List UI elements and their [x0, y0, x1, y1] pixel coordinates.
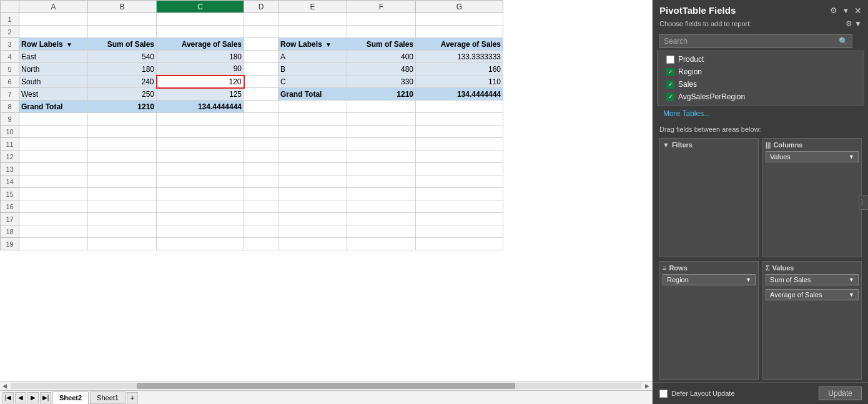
pivot-rows-region-item[interactable]: Region ▼ — [663, 274, 756, 285]
cell-a2[interactable] — [19, 26, 88, 38]
cell-d6[interactable] — [244, 76, 279, 88]
cell-f4[interactable]: 400 — [347, 51, 416, 63]
cell-e2[interactable] — [279, 26, 347, 38]
cell-e5[interactable]: B — [279, 63, 347, 76]
scroll-right-btn[interactable]: ▶ — [644, 383, 651, 389]
pivot-field-sales[interactable]: Sales — [664, 79, 857, 90]
row-num-1: 1 — [1, 13, 19, 26]
cell-f3[interactable]: Sum of Sales — [347, 38, 416, 51]
cell-d2[interactable] — [244, 26, 279, 38]
cell-b8[interactable]: 1210 — [88, 101, 157, 113]
col-header-b[interactable]: B — [88, 1, 157, 13]
cell-e1[interactable] — [279, 13, 347, 26]
sheet-nav-first[interactable]: |◀ — [2, 392, 14, 403]
col-header-a[interactable]: A — [19, 1, 88, 13]
cell-a7[interactable]: West — [19, 88, 88, 101]
cell-c2[interactable] — [157, 26, 244, 38]
more-tables-link[interactable]: More Tables... — [657, 107, 864, 121]
col-header-d[interactable]: D — [244, 1, 279, 13]
cell-b2[interactable] — [88, 26, 157, 38]
pivot-dropdown-icon[interactable]: ▼ — [842, 7, 849, 14]
pivot-field-region[interactable]: Region — [664, 66, 857, 77]
chevron-down-icon-rows: ▼ — [746, 277, 751, 283]
cell-g3[interactable]: Average of Sales — [416, 38, 503, 51]
col-header-e[interactable]: E — [279, 1, 347, 13]
cell-c5[interactable]: 90 — [157, 63, 244, 76]
cell-e6[interactable]: C — [279, 76, 347, 88]
cell-a5[interactable]: North — [19, 63, 88, 76]
pivot-columns-values-item[interactable]: Values ▼ — [766, 151, 859, 162]
sheet-nav-prev[interactable]: ◀ — [15, 392, 26, 403]
update-button[interactable]: Update — [819, 387, 862, 400]
cell-b4[interactable]: 540 — [88, 51, 157, 63]
pivot-field-checkbox-sales[interactable] — [666, 81, 674, 89]
pivot-options-icon[interactable]: ⚙ ▼ — [846, 19, 862, 28]
cell-f8[interactable] — [347, 101, 416, 113]
cell-e4[interactable]: A — [279, 51, 347, 63]
col-header-c[interactable]: C — [157, 1, 244, 13]
panel-expand-arrow[interactable]: 〉 — [859, 195, 868, 210]
pivot-field-checkbox-avgsales[interactable] — [666, 93, 674, 101]
cell-e3[interactable]: Row Labels ▼ — [279, 38, 347, 51]
cell-d8[interactable] — [244, 101, 279, 113]
cell-d4[interactable] — [244, 51, 279, 63]
cell-e7[interactable]: Grand Total — [279, 88, 347, 101]
sheet-nav-next[interactable]: ▶ — [27, 392, 39, 403]
pivot-sum-of-sales-item[interactable]: Sum of Sales ▼ — [766, 274, 859, 285]
cell-f2[interactable] — [347, 26, 416, 38]
sheet-tab-sheet1[interactable]: Sheet1 — [90, 392, 126, 404]
cell-c8[interactable]: 134.4444444 — [157, 101, 244, 113]
cell-b1[interactable] — [88, 13, 157, 26]
pivot-field-product[interactable]: Product — [664, 54, 857, 65]
cell-d7[interactable] — [244, 88, 279, 101]
cell-d3[interactable] — [244, 38, 279, 51]
pivot-settings-icon[interactable]: ⚙ — [830, 6, 837, 15]
cell-f5[interactable]: 480 — [347, 63, 416, 76]
h-scrollbar[interactable] — [11, 383, 641, 389]
cell-c7[interactable]: 125 — [157, 88, 244, 101]
pivot-field-checkbox-region[interactable] — [666, 68, 674, 76]
pivot-average-of-sales-item[interactable]: Average of Sales ▼ — [766, 289, 859, 300]
cell-c6[interactable]: 120 — [157, 76, 244, 88]
cell-b7[interactable]: 250 — [88, 88, 157, 101]
sheet-nav-last[interactable]: ▶| — [40, 392, 51, 403]
cell-g7[interactable]: 134.4444444 — [416, 88, 503, 101]
cell-c4[interactable]: 180 — [157, 51, 244, 63]
cell-g6[interactable]: 110 — [416, 76, 503, 88]
col-header-f[interactable]: F — [347, 1, 416, 13]
pivot-search-input[interactable] — [659, 34, 852, 48]
cell-c3[interactable]: Average of Sales — [157, 38, 244, 51]
cell-d1[interactable] — [244, 13, 279, 26]
cell-b3[interactable]: Sum of Sales — [88, 38, 157, 51]
pivot-close-icon[interactable]: ✕ — [854, 6, 862, 16]
sheet-tab-sheet2[interactable]: Sheet2 — [52, 392, 89, 404]
table-row: 10 — [1, 126, 503, 138]
pivot-field-label-product: Product — [678, 55, 704, 64]
cell-g2[interactable] — [416, 26, 503, 38]
add-sheet-button[interactable]: + — [127, 392, 138, 403]
pivot-field-checkbox-product[interactable] — [666, 56, 674, 64]
cell-g8[interactable] — [416, 101, 503, 113]
cell-g5[interactable]: 160 — [416, 63, 503, 76]
cell-c1[interactable] — [157, 13, 244, 26]
cell-f6[interactable]: 330 — [347, 76, 416, 88]
cell-g1[interactable] — [416, 13, 503, 26]
cell-a6[interactable]: South — [19, 76, 88, 88]
cell-f7[interactable]: 1210 — [347, 88, 416, 101]
cell-b5[interactable]: 180 — [88, 63, 157, 76]
cell-a1[interactable] — [19, 13, 88, 26]
defer-checkbox[interactable] — [659, 390, 668, 398]
scroll-left-btn[interactable]: ◀ — [1, 383, 8, 389]
cell-e8[interactable] — [279, 101, 347, 113]
cell-b6[interactable]: 240 — [88, 76, 157, 88]
cell-g4[interactable]: 133.3333333 — [416, 51, 503, 63]
grid-container[interactable]: A B C D E F G 1 — [0, 0, 652, 381]
cell-a8[interactable]: Grand Total — [19, 101, 88, 113]
h-scrollbar-thumb[interactable] — [137, 383, 515, 389]
pivot-field-avgsalesperregion[interactable]: AvgSalesPerRegion — [664, 91, 857, 102]
cell-f1[interactable] — [347, 13, 416, 26]
cell-d5[interactable] — [244, 63, 279, 76]
cell-a3[interactable]: Row Labels ▼ — [19, 38, 88, 51]
cell-a4[interactable]: East — [19, 51, 88, 63]
col-header-g[interactable]: G — [416, 1, 503, 13]
